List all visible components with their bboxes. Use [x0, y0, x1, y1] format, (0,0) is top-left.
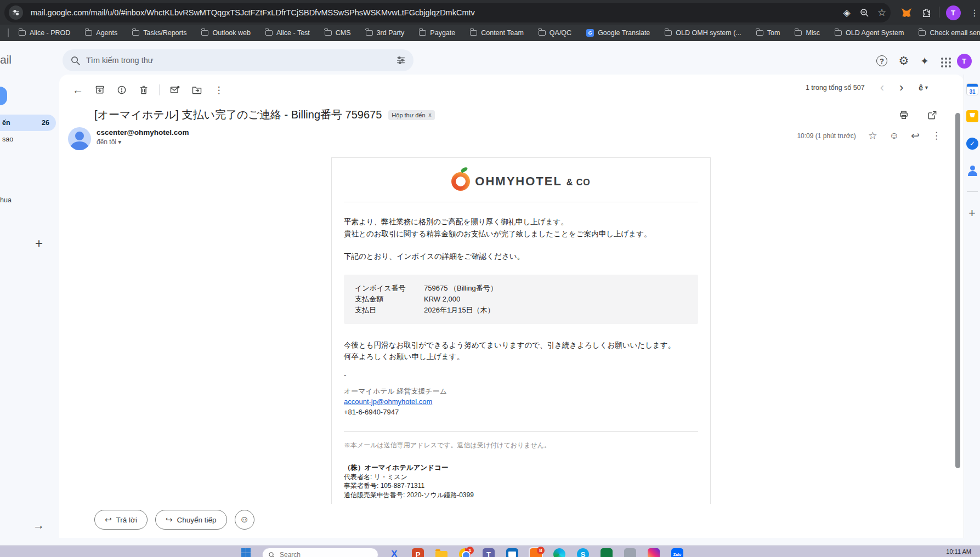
bookmark-item[interactable]: Check email sending	[919, 29, 980, 37]
bookmark-item-google-translate[interactable]: GGoogle Translate	[586, 29, 650, 37]
sender-avatar[interactable]	[68, 127, 91, 150]
toolbar-separator	[939, 7, 939, 18]
emoji-reply-button[interactable]: ☺	[235, 510, 254, 530]
app-x-icon[interactable]: X	[387, 547, 401, 557]
bookmark-item[interactable]: Alice - Test	[265, 29, 310, 37]
payment-amount-label: 支払金額	[355, 294, 424, 305]
browser-menu-icon[interactable]: ⋮	[966, 4, 980, 21]
signature-email-link[interactable]: account-jp@ohmyhotel.com	[344, 397, 432, 406]
bookmark-item[interactable]: Tom	[756, 29, 780, 37]
chrome-icon[interactable]: 1	[458, 547, 472, 557]
zalo-icon[interactable]: Zalo	[670, 547, 684, 557]
folder-icon	[85, 30, 92, 36]
gmail-search-bar[interactable]	[63, 49, 413, 71]
google-apps-grid-icon[interactable]	[937, 53, 952, 69]
extensions-puzzle-icon[interactable]	[918, 4, 934, 21]
bookmark-item[interactable]: OLD OMH system (...	[665, 29, 741, 37]
invoice-summary-box: インボイス番号 759675 （Billing番号） 支払金額 KRW 2,00…	[344, 275, 698, 324]
bookmark-star-icon[interactable]: ☆	[874, 3, 890, 22]
excel-icon[interactable]	[599, 547, 614, 557]
print-icon[interactable]	[897, 109, 910, 122]
taskbar-clock[interactable]: 10:11 AM	[946, 548, 971, 555]
taskbar-search[interactable]	[262, 548, 378, 557]
more-options-icon[interactable]: ⋮	[208, 79, 230, 101]
sender-email[interactable]: cscenter@ohmyhotel.com	[97, 128, 189, 137]
delete-button[interactable]	[133, 79, 155, 101]
remove-label-icon[interactable]: x	[429, 112, 432, 118]
bookmark-item[interactable]: 3rd Party	[366, 29, 405, 37]
compose-button-fragment[interactable]	[0, 87, 7, 105]
bookmark-item[interactable]: Alice - PROD	[19, 29, 70, 37]
bookmark-item[interactable]: Paygate	[419, 29, 455, 37]
mark-unread-button[interactable]	[164, 79, 186, 101]
site-info-icon[interactable]	[9, 5, 23, 20]
address-bar[interactable]: mail.google.com/mail/u/0/#inbox/WhctKLbv…	[4, 3, 891, 22]
contacts-icon[interactable]	[966, 164, 978, 177]
skype-icon[interactable]: S	[576, 547, 590, 557]
archive-button[interactable]	[89, 79, 111, 101]
bookmark-item[interactable]: OLD Agent System	[835, 29, 904, 37]
forward-button[interactable]: ↪Chuyển tiếp	[155, 510, 227, 530]
gemini-icon[interactable]: ✦	[917, 53, 932, 69]
payment-date-value: 2026年1月15日（木）	[424, 305, 687, 316]
edge-icon[interactable]	[552, 547, 567, 557]
bookmark-item[interactable]: Content Team	[470, 29, 524, 37]
taskbar-search-input[interactable]	[280, 551, 362, 557]
file-explorer-icon[interactable]	[434, 547, 449, 557]
bookmark-item[interactable]: Agents	[85, 29, 117, 37]
recipient-meta[interactable]: đến tôi ▾	[97, 138, 121, 146]
bookmark-diamond-icon[interactable]: ◈	[839, 3, 854, 22]
instagram-icon[interactable]	[647, 547, 661, 557]
message-more-icon[interactable]: ⋮	[932, 130, 941, 141]
sidebar-item-inbox[interactable]: ến 26	[0, 115, 56, 131]
input-tools-icon[interactable]: ê▼	[919, 83, 929, 92]
back-arrow-button[interactable]: ←	[67, 79, 89, 101]
browser-profile-avatar[interactable]: T	[945, 4, 961, 21]
sidebar-add-label-icon[interactable]: +	[35, 236, 43, 251]
tasks-icon[interactable]: ✓	[966, 138, 978, 150]
newer-chevron-icon[interactable]: ›	[899, 82, 903, 93]
gmail-profile-avatar[interactable]: T	[956, 53, 972, 69]
report-spam-button[interactable]	[111, 79, 133, 101]
zoom-icon[interactable]	[857, 3, 872, 22]
older-chevron-icon[interactable]: ‹	[880, 82, 884, 93]
side-panel-add-icon[interactable]: +	[968, 206, 976, 220]
search-icon	[70, 55, 81, 66]
calendar-icon[interactable]: 31	[966, 83, 978, 95]
search-input[interactable]	[86, 56, 390, 65]
search-filter-icon[interactable]	[396, 55, 406, 65]
bookmark-item[interactable]: Outlook web	[201, 29, 250, 37]
keep-icon[interactable]	[966, 110, 978, 122]
bookmark-item[interactable]: Tasks/Reports	[132, 29, 186, 37]
sidebar-item-starred-fragment[interactable]: sao	[2, 135, 13, 143]
screen: mail.google.com/mail/u/0/#inbox/WhctKLbv…	[0, 0, 980, 557]
star-icon[interactable]: ☆	[868, 129, 877, 142]
move-to-folder-button[interactable]	[186, 79, 208, 101]
start-button[interactable]	[241, 548, 251, 557]
app-gray-icon[interactable]	[623, 547, 637, 557]
teams-icon[interactable]: T	[481, 547, 496, 557]
bookmarks-left-separator	[8, 29, 9, 37]
url-text[interactable]: mail.google.com/mail/u/0/#inbox/WhctKLbv…	[31, 3, 475, 22]
folder-icon	[539, 30, 546, 36]
open-in-new-icon[interactable]	[926, 109, 939, 122]
folder-icon	[835, 30, 842, 36]
invoice-number-label: インボイス番号	[355, 283, 424, 294]
outlook-icon[interactable]	[505, 547, 519, 557]
bookmark-item[interactable]: QA/QC	[539, 29, 571, 37]
settings-gear-icon[interactable]: ⚙	[896, 53, 911, 69]
reply-button[interactable]: ↩Trả lời	[94, 510, 148, 530]
email-scrollbar[interactable]	[955, 113, 960, 468]
active-app-icon[interactable]: 8	[529, 547, 543, 557]
sidebar-item-fragment[interactable]: hua	[0, 196, 12, 204]
inbox-label-chip[interactable]: Hộp thư đến x	[388, 110, 434, 120]
reply-icon[interactable]: ↩	[911, 129, 920, 142]
help-icon[interactable]: ?	[874, 53, 890, 69]
mail-view-card: ← ⋮ 1 trong tổng số 507 ‹ › ê▼ [オーマイホテル]…	[59, 75, 964, 538]
app-powerpoint-icon[interactable]: P	[411, 547, 425, 557]
emoji-reaction-icon[interactable]: ☺	[890, 130, 899, 141]
bookmark-item[interactable]: CMS	[325, 29, 351, 37]
bookmark-item[interactable]: Misc	[795, 29, 820, 37]
sidebar-expand-arrow-icon[interactable]: →	[33, 519, 44, 532]
metamask-icon[interactable]	[898, 4, 915, 21]
